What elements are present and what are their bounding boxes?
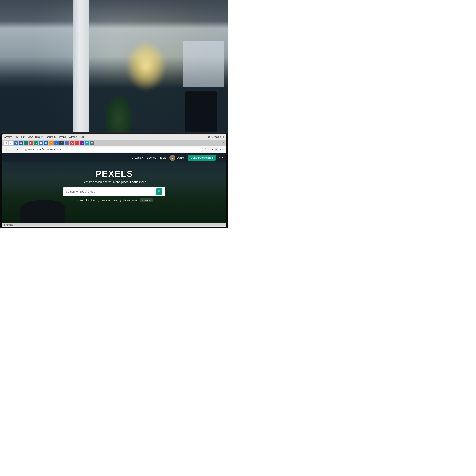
secure-label: Secure xyxy=(28,148,34,151)
pexels-logo: PEXELS xyxy=(95,169,133,179)
meet-icon[interactable]: ● xyxy=(24,141,28,145)
hero-subtitle: Best free stock photos in one place. Lea… xyxy=(82,180,146,184)
os-menubar: Chrome File Edit View History Bookmarks … xyxy=(2,134,226,140)
avatar-initial: D xyxy=(171,156,173,159)
pp-icon[interactable]: Pr xyxy=(80,141,84,145)
user-avatar[interactable]: D xyxy=(170,155,175,161)
browser-window: Chrome File Edit View History Bookmarks … xyxy=(2,134,226,227)
hero-content: PEXELS Best free stock photos in one pla… xyxy=(2,162,226,202)
tag-meeting[interactable]: meeting xyxy=(112,199,121,202)
address-bar-row: ‹ › ↻ 🔒 Secure https://www.pexels.com ☆ … xyxy=(2,146,226,153)
user-section: D Daniel xyxy=(170,155,185,161)
chrome-icon[interactable]: ○ xyxy=(54,141,59,145)
sheets-icon[interactable]: ≡ xyxy=(34,141,38,145)
tag-wood[interactable]: wood xyxy=(132,199,138,202)
status-text: Searches xyxy=(4,224,13,226)
refresh-icon[interactable]: ↻ xyxy=(85,141,89,145)
tag-blur[interactable]: blur xyxy=(85,199,89,202)
reload-button[interactable]: ↻ xyxy=(16,147,20,152)
ext3-icon[interactable]: Cc xyxy=(219,148,221,151)
os-menubar-left: Chrome File Edit View History Bookmarks … xyxy=(4,136,85,138)
calendar2-icon[interactable]: 📆 xyxy=(19,141,23,145)
menu-history[interactable]: History xyxy=(35,136,42,138)
office-column xyxy=(73,0,89,142)
tag-phone[interactable]: phone xyxy=(123,199,130,202)
search-submit-button[interactable]: 🔍 xyxy=(156,188,162,195)
pexels-website: Browse ▾ License Tools D Daniel Contribu… xyxy=(2,153,226,226)
search-bar[interactable]: 🔍 xyxy=(64,187,165,196)
pinterest-icon[interactable]: P xyxy=(211,148,214,151)
tools-link[interactable]: Tools xyxy=(160,156,166,159)
pexels-nav-links: Browse ▾ License Tools D Daniel Contribu… xyxy=(132,155,223,161)
extensions-icon[interactable]: ⬡ xyxy=(208,148,210,151)
search-icon: 🔍 xyxy=(158,190,161,193)
slides-icon[interactable]: ▤ xyxy=(44,141,49,145)
back-button[interactable]: ‹ xyxy=(4,147,9,152)
tag-house[interactable]: house xyxy=(76,199,83,202)
drive-icon[interactable]: △ xyxy=(49,141,53,145)
menu-file[interactable]: File xyxy=(15,136,19,138)
bottom-status-bar: Searches xyxy=(2,223,226,227)
learn-more-link[interactable]: Learn more xyxy=(130,180,146,184)
user-name-label[interactable]: Daniel xyxy=(177,156,185,159)
address-bar[interactable]: 🔒 Secure https://www.pexels.com xyxy=(22,147,203,152)
lock-icon: 🔒 xyxy=(25,148,27,151)
contribute-photos-button[interactable]: Contribute Photos xyxy=(188,155,216,161)
taskbar-right: ✕ xyxy=(222,141,225,144)
menu-help[interactable]: Help xyxy=(80,136,85,138)
ext2-icon[interactable]: N xyxy=(215,148,218,151)
secure-badge: 🔒 Secure xyxy=(25,148,34,151)
slack-icon[interactable]: # xyxy=(59,141,64,145)
battery-status: 100 % xyxy=(207,136,213,138)
menu-chrome[interactable]: Chrome xyxy=(4,136,12,138)
browse-label: Browse xyxy=(132,156,141,159)
search-tags-row: house blur training vintage meeting phon… xyxy=(76,198,153,202)
google-icon[interactable]: G xyxy=(9,141,13,145)
bookmark-star-icon[interactable]: ☆ xyxy=(204,148,207,151)
pexels-navbar: Browse ▾ License Tools D Daniel Contribu… xyxy=(2,153,226,162)
os-menubar-right: 100 % Wed 16:15 xyxy=(207,136,225,138)
bookmark-icons: ☆ ⬡ P N Cc ⬡ xyxy=(204,148,224,151)
menu-view[interactable]: View xyxy=(28,136,33,138)
license-link[interactable]: License xyxy=(147,156,156,159)
window-glow xyxy=(126,41,167,91)
docs-icon[interactable]: 📄 xyxy=(39,141,43,145)
person-silhouette xyxy=(20,200,65,226)
tag-training[interactable]: training xyxy=(91,199,100,202)
menu-window[interactable]: Window xyxy=(69,136,77,138)
notion-icon[interactable]: N xyxy=(65,141,69,145)
gmail-icon[interactable]: M xyxy=(4,141,8,145)
forward-button[interactable]: › xyxy=(10,147,15,152)
screen-bezel: Chrome File Edit View History Bookmarks … xyxy=(0,133,228,228)
ps-icon[interactable]: Ps xyxy=(75,141,79,145)
menu-bookmarks[interactable]: Bookmarks xyxy=(45,136,57,138)
more-tags-button[interactable]: more → xyxy=(140,198,153,202)
window-right xyxy=(183,41,224,87)
chevron-down-icon: ▾ xyxy=(142,156,143,159)
search-input[interactable] xyxy=(66,190,154,193)
youtube-icon[interactable]: ▶ xyxy=(29,141,33,145)
more-options-button[interactable]: ••• xyxy=(219,156,223,160)
menu-edit[interactable]: Edit xyxy=(21,136,25,138)
tool-icon[interactable]: ⚙ xyxy=(90,141,94,145)
taskbar-icons-row: M G 📅 📆 ● ▶ ≡ 📄 ▤ △ ○ # N Ai Ps Pr ↻ ⚙ ✕ xyxy=(2,140,226,146)
browse-button[interactable]: Browse ▾ xyxy=(132,156,143,159)
clock: Wed 16:15 xyxy=(214,136,224,138)
url-text: https://www.pexels.com xyxy=(35,148,62,151)
calendar-icon[interactable]: 📅 xyxy=(14,141,18,145)
close-tab-btn[interactable]: ✕ xyxy=(222,141,225,144)
adobe-icon[interactable]: Ai xyxy=(70,141,74,145)
ext4-icon[interactable]: ⬡ xyxy=(222,148,224,151)
tag-vintage[interactable]: vintage xyxy=(102,199,110,202)
menu-people[interactable]: People xyxy=(59,136,67,138)
